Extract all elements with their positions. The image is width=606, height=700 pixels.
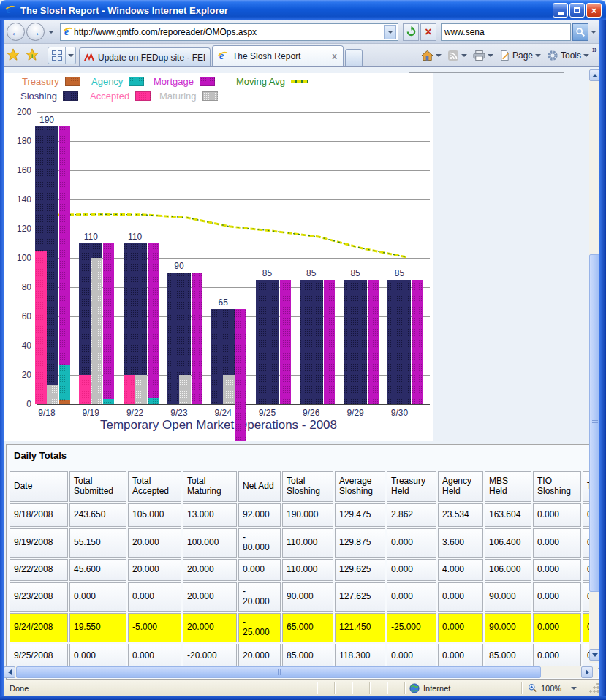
table-cell: 0.000 xyxy=(533,528,581,558)
refresh-icon xyxy=(406,26,417,37)
zoom-level: 100% xyxy=(541,684,561,693)
history-dropdown-icon[interactable] xyxy=(48,31,54,34)
security-zone-pane: Internet xyxy=(404,682,521,694)
table-cell: - 25.000 xyxy=(238,613,281,642)
bar-mortgage-9/26 xyxy=(324,280,335,404)
table-cell: 129.475 xyxy=(335,503,385,527)
bar-maturing-9/23 xyxy=(179,375,191,404)
table-cell: 0.000 xyxy=(387,528,436,558)
title-bar: e The Slosh Report - Windows Internet Ex… xyxy=(0,0,606,20)
forward-button[interactable]: → xyxy=(26,23,45,41)
x-axis-label: 9/25 xyxy=(250,408,285,418)
add-favorite-button[interactable]: + xyxy=(23,45,41,64)
url-input[interactable] xyxy=(74,27,384,37)
table-cell: 0.000 xyxy=(69,644,126,669)
horizontal-scrollbar[interactable] xyxy=(4,666,598,678)
bar-total-label: 110 xyxy=(75,232,107,242)
tools-gear-icon xyxy=(547,50,558,61)
vertical-scroll-thumb[interactable] xyxy=(589,254,599,592)
table-cell: 92.000 xyxy=(238,503,281,527)
scroll-left-button[interactable] xyxy=(4,666,15,678)
table-row: 9/19/200855.15020.000100.000- 80.000110.… xyxy=(10,528,599,558)
refresh-button[interactable] xyxy=(403,23,419,41)
print-button[interactable] xyxy=(470,47,496,64)
table-cell: 55.150 xyxy=(69,528,126,558)
search-input[interactable] xyxy=(444,27,567,37)
vertical-scrollbar[interactable] xyxy=(589,69,599,663)
command-bar: Page Tools » xyxy=(418,46,592,65)
printer-icon xyxy=(473,50,485,61)
tab-label: Update on FEDup site - FED ... xyxy=(98,53,205,63)
table-cell: 0.000 xyxy=(69,582,126,612)
x-axis-label: 9/22 xyxy=(118,408,153,418)
table-cell: 90.000 xyxy=(485,613,531,642)
search-box[interactable] xyxy=(441,23,571,41)
add-favorite-star-icon: + xyxy=(26,48,39,61)
close-tab-icon[interactable]: x xyxy=(330,51,338,61)
table-row: 9/22/200845.60020.00020.0000.000110.0001… xyxy=(10,559,599,581)
scroll-right-button[interactable] xyxy=(581,666,593,678)
zoom-dropdown-icon[interactable] xyxy=(571,687,577,690)
bar-mortgage-9/22 xyxy=(148,243,159,398)
omo-chart: TreasuryAgencyMortgageMoving AvgSloshing… xyxy=(4,73,433,441)
scroll-down-button[interactable] xyxy=(589,649,599,661)
favorites-button[interactable] xyxy=(4,45,22,64)
bar-total-label: 190 xyxy=(31,115,63,125)
column-header: Total Submitted xyxy=(69,471,126,502)
column-header: Date xyxy=(10,471,68,502)
status-pane xyxy=(369,682,387,694)
search-options-dropdown-icon[interactable] xyxy=(591,31,596,34)
page-menu-label: Page xyxy=(512,50,533,61)
url-dropdown-button[interactable] xyxy=(384,25,396,39)
bar-mortgage-9/18 xyxy=(59,126,70,365)
table-cell: 9/23/2008 xyxy=(10,582,68,612)
page-menu-button[interactable]: Page xyxy=(496,47,544,64)
bar-sloshing-9/25 xyxy=(256,280,279,404)
table-cell: 65.000 xyxy=(282,613,333,642)
bar-total-label: 90 xyxy=(163,261,195,271)
quick-tabs-button[interactable] xyxy=(48,47,66,64)
table-cell: 9/24/2008 xyxy=(10,613,68,642)
tab-fedup-site[interactable]: Update on FEDup site - FED ... xyxy=(79,47,211,66)
table-cell: 23.534 xyxy=(438,503,483,527)
stop-button[interactable]: × xyxy=(420,23,436,41)
bar-mortgage-9/29 xyxy=(368,280,379,404)
scroll-up-button[interactable] xyxy=(589,69,599,81)
home-button[interactable] xyxy=(418,47,444,64)
daily-totals-title: Daily Totals xyxy=(14,450,599,461)
minimize-button[interactable] xyxy=(553,3,568,18)
maximize-button[interactable] xyxy=(569,3,585,18)
tab-list-dropdown[interactable] xyxy=(66,47,76,64)
table-cell: 129.875 xyxy=(335,528,385,558)
bar-sloshing-9/26 xyxy=(300,280,323,404)
bar-agency-9/18 xyxy=(59,365,70,400)
tab-label: The Slosh Report xyxy=(232,51,330,61)
feeds-button[interactable] xyxy=(444,47,470,64)
tab-slosh-report[interactable]: e The Slosh Report x xyxy=(212,45,344,66)
quick-tabs-icon xyxy=(52,50,62,61)
table-cell: 85.000 xyxy=(282,644,333,669)
tab-bar: + Update on FEDup site - FED ... e The S… xyxy=(4,44,599,67)
search-go-button[interactable] xyxy=(572,23,588,41)
table-cell: 0.000 xyxy=(438,644,483,669)
zoom-control[interactable]: 100% xyxy=(521,682,588,694)
status-pane xyxy=(352,682,369,694)
url-field[interactable]: e xyxy=(60,23,398,41)
x-axis-label: 9/18 xyxy=(29,408,64,418)
fedup-favicon-icon xyxy=(84,53,94,63)
table-cell: 0.000 xyxy=(533,559,581,581)
bar-mortgage-9/30 xyxy=(412,280,423,404)
close-button[interactable]: × xyxy=(586,3,602,18)
browser-window: e The Slosh Report - Windows Internet Ex… xyxy=(0,0,606,700)
table-cell: 20.000 xyxy=(128,528,181,558)
back-button[interactable]: ← xyxy=(7,23,25,41)
table-cell: 13.000 xyxy=(183,503,237,527)
table-row: 9/18/2008243.650105.00013.00092.000190.0… xyxy=(10,503,599,527)
horizontal-scroll-thumb[interactable] xyxy=(16,666,541,678)
tools-menu-button[interactable]: Tools xyxy=(544,47,592,64)
toolbar-overflow-chevron[interactable]: » xyxy=(592,44,597,55)
bar-total-label: 85 xyxy=(339,268,371,278)
new-tab-stub[interactable] xyxy=(345,49,363,66)
resize-grip[interactable] xyxy=(588,683,599,693)
table-cell: 110.000 xyxy=(282,528,333,558)
